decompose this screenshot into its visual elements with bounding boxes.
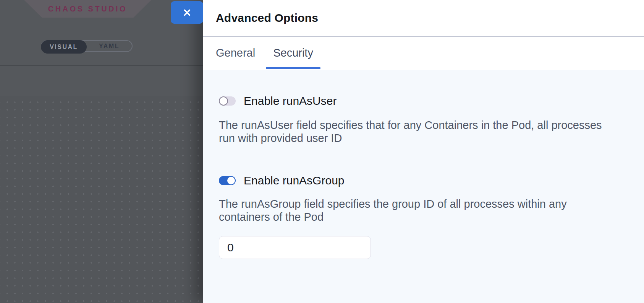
tab-bar: General Security — [203, 37, 644, 69]
run-as-group-input[interactable] — [219, 236, 371, 259]
visual-tab[interactable]: VISUAL — [41, 40, 87, 54]
tab-security-label: Security — [273, 47, 313, 59]
run-as-group-description: The runAsGroup field specifies the group… — [219, 197, 644, 223]
tab-general[interactable]: General — [209, 37, 262, 69]
security-tab-panel: Enable runAsUser The runAsUser field spe… — [203, 70, 644, 303]
run-as-user-description: The runAsUser field specifies that for a… — [219, 119, 644, 145]
run-as-group-toggle[interactable] — [219, 176, 236, 185]
visual-yaml-toggle: VISUAL YAML — [41, 40, 133, 52]
run-as-user-row: Enable runAsUser — [219, 94, 644, 108]
toolbar-divider — [0, 65, 203, 66]
active-tab-underline — [266, 67, 320, 69]
toggle-knob — [227, 177, 235, 184]
tab-security[interactable]: Security — [266, 37, 320, 69]
run-as-user-label: Enable runAsUser — [244, 94, 337, 108]
visual-tab-label: VISUAL — [50, 44, 78, 50]
toggle-knob — [219, 96, 228, 106]
yaml-tab-label: YAML — [99, 43, 120, 50]
close-button[interactable] — [171, 1, 203, 24]
run-as-group-label: Enable runAsGroup — [244, 174, 345, 187]
workflow-canvas — [0, 96, 203, 303]
tab-general-label: General — [216, 47, 255, 59]
app-root: CHAOS STUDIO VISUAL YAML Advanced Option… — [0, 0, 644, 303]
banner-label: CHAOS STUDIO — [48, 5, 127, 13]
canvas-backdrop: CHAOS STUDIO VISUAL YAML — [0, 0, 203, 303]
advanced-options-drawer: Advanced Options General Security Enable… — [203, 0, 644, 303]
yaml-tab[interactable]: YAML — [87, 41, 132, 51]
run-as-user-toggle[interactable] — [219, 96, 236, 106]
chaos-studio-banner: CHAOS STUDIO — [24, 0, 151, 18]
run-as-group-row: Enable runAsGroup — [219, 174, 644, 187]
drawer-title: Advanced Options — [216, 11, 318, 24]
x-icon — [182, 8, 192, 18]
drawer-header: Advanced Options — [203, 0, 644, 37]
